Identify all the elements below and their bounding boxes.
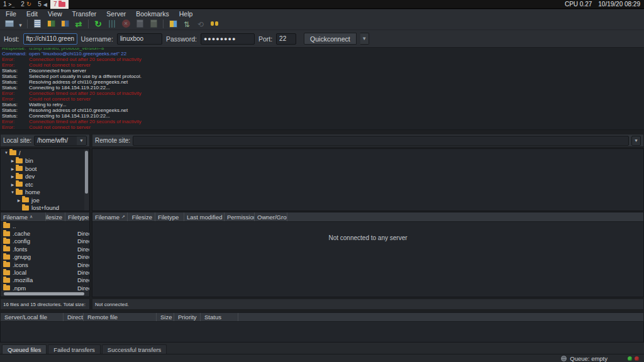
toggle-transfer-queue-button[interactable] <box>72 18 85 30</box>
menu-item[interactable]: Edit <box>22 10 42 18</box>
folder-icon <box>3 278 10 283</box>
tree-item[interactable]: joe <box>1 196 89 204</box>
tree-item[interactable]: dev <box>1 173 89 181</box>
disconnect-button[interactable] <box>133 18 146 30</box>
quickconnect-dropdown[interactable]: ▼ <box>360 33 369 45</box>
expander-icon[interactable] <box>9 182 16 187</box>
process-queue-button[interactable] <box>106 18 118 30</box>
reconnect-button[interactable] <box>147 18 160 30</box>
local-list-hscrollbar[interactable] <box>1 291 89 296</box>
file-row[interactable]: .config Directory <box>1 238 89 245</box>
menu-item[interactable]: View <box>43 10 67 18</box>
remote-site-combo[interactable] <box>133 136 629 146</box>
toggle-remote-tree-button[interactable] <box>58 18 71 30</box>
port-input[interactable] <box>276 33 296 45</box>
queue-column-size[interactable]: Size <box>157 313 174 321</box>
toggle-message-log-button[interactable] <box>31 18 43 30</box>
toggle-local-tree-button[interactable] <box>45 18 57 30</box>
remote-file-list[interactable]: Filename Filesize Filetype Last modified… <box>92 212 644 297</box>
remote-column-owner-group[interactable]: Owner/Group <box>255 212 287 221</box>
tree-item[interactable]: home <box>1 189 89 197</box>
tree-item[interactable]: etc <box>1 180 89 189</box>
queue-list[interactable] <box>0 322 644 343</box>
menu-item[interactable]: Help <box>175 10 197 18</box>
workspace-item[interactable]: 1 <box>0 0 18 9</box>
remote-column-filename[interactable]: Filename <box>92 212 128 221</box>
workspace-item[interactable]: 5 <box>35 0 50 9</box>
find-files-button[interactable] <box>208 18 221 30</box>
chevron-down-icon[interactable]: ▼ <box>77 136 86 145</box>
expander-icon[interactable] <box>3 151 9 155</box>
expander-icon[interactable] <box>9 190 16 194</box>
file-row[interactable]: .local Directory <box>1 268 89 276</box>
message-log[interactable]: Response: fzSftp started, protocol_versi… <box>0 48 644 130</box>
site-manager-dropdown[interactable] <box>17 18 24 30</box>
file-row[interactable]: .cache Directory <box>1 229 89 237</box>
local-list-header: Filename Filesize Filetype <box>1 212 89 222</box>
file-row[interactable]: .icons Directory <box>1 261 89 268</box>
speed-limits-button[interactable] <box>194 18 207 30</box>
file-row[interactable]: .gnupg Directory <box>1 253 89 261</box>
expander-icon[interactable] <box>9 174 16 178</box>
local-site-bar: Local site: /home/wfh/ ▼ <box>0 134 90 147</box>
folder-icon <box>3 255 10 260</box>
local-site-combo[interactable]: /home/wfh/ ▼ <box>34 136 87 146</box>
remote-directory-tree[interactable] <box>92 148 644 211</box>
transfer-queue: Server/Local file Direction Remote file … <box>0 312 644 354</box>
workspace-item[interactable]: 7 <box>50 0 69 9</box>
synchronized-browsing-button[interactable] <box>180 18 193 30</box>
queue-tab[interactable]: Queued files <box>2 344 47 354</box>
hscrollbar-thumb[interactable] <box>4 292 84 295</box>
toolbar-separator[interactable] <box>161 18 165 30</box>
queue-column-status[interactable]: Status <box>201 313 238 321</box>
expander-icon[interactable] <box>16 198 22 202</box>
quickconnect-button[interactable]: Quickconnect <box>304 33 357 45</box>
remote-column-filesize[interactable]: Filesize <box>128 212 155 221</box>
local-column-filesize[interactable]: Filesize <box>46 212 65 221</box>
local-directory-tree[interactable]: / bin boot <box>0 148 90 211</box>
file-row[interactable]: .fonts Directory <box>1 245 89 253</box>
local-file-list[interactable]: Filename Filesize Filetype .. <box>0 212 90 297</box>
refresh-button[interactable] <box>92 18 104 30</box>
site-manager-button[interactable] <box>3 18 16 30</box>
directory-comparison-button[interactable] <box>167 18 179 30</box>
menu-item[interactable]: Transfer <box>68 10 101 18</box>
file-row[interactable]: .. <box>1 222 89 229</box>
expander-icon[interactable] <box>9 167 16 171</box>
queue-tab[interactable]: Failed transfers <box>48 344 100 354</box>
tree-item[interactable]: lost+found <box>1 204 89 212</box>
file-row[interactable]: .mozilla Directory <box>1 277 89 284</box>
remote-column-last-modified[interactable]: Last modified <box>184 212 225 221</box>
local-column-filetype[interactable]: Filetype <box>65 212 89 221</box>
tree-item[interactable]: / <box>1 149 89 157</box>
username-input[interactable] <box>117 33 162 45</box>
toolbar-separator[interactable] <box>86 18 91 30</box>
queue-column-remote-file[interactable]: Remote file <box>84 313 157 321</box>
toolbar-separator[interactable] <box>25 18 30 30</box>
remote-column-permissions[interactable]: Permissions <box>225 212 255 221</box>
host-label: Host: <box>4 35 19 43</box>
expander-icon[interactable] <box>9 158 16 163</box>
queue-tab[interactable]: Successful transfers <box>102 344 167 354</box>
tree-item[interactable]: bin <box>1 157 89 165</box>
queue-column-server-local-file[interactable]: Server/Local file <box>1 313 64 321</box>
menu-item[interactable]: Bookmarks <box>131 10 174 18</box>
column-label: Last modified <box>187 214 223 221</box>
chevron-down-icon[interactable]: ▼ <box>631 136 641 146</box>
tree-item[interactable]: boot <box>1 165 89 173</box>
workspace-item[interactable]: 2 <box>18 0 35 9</box>
queue-column-direction[interactable]: Direction <box>64 313 84 321</box>
password-input[interactable] <box>201 33 255 45</box>
remote-column-filetype[interactable]: Filetype <box>155 212 184 221</box>
queue-column-filler <box>238 313 643 321</box>
queue-column-priority[interactable]: Priority <box>174 313 201 321</box>
cancel-operation-button[interactable] <box>119 18 132 30</box>
folder-icon <box>3 285 10 290</box>
local-column-filename[interactable]: Filename <box>1 212 46 221</box>
menu-item[interactable]: Server <box>102 10 130 18</box>
host-input[interactable] <box>23 33 77 45</box>
tree-scrollbar[interactable] <box>84 150 89 211</box>
file-name: .local <box>13 269 57 276</box>
tree-scrollbar-thumb[interactable] <box>85 151 88 194</box>
menu-item[interactable]: File <box>1 10 21 18</box>
